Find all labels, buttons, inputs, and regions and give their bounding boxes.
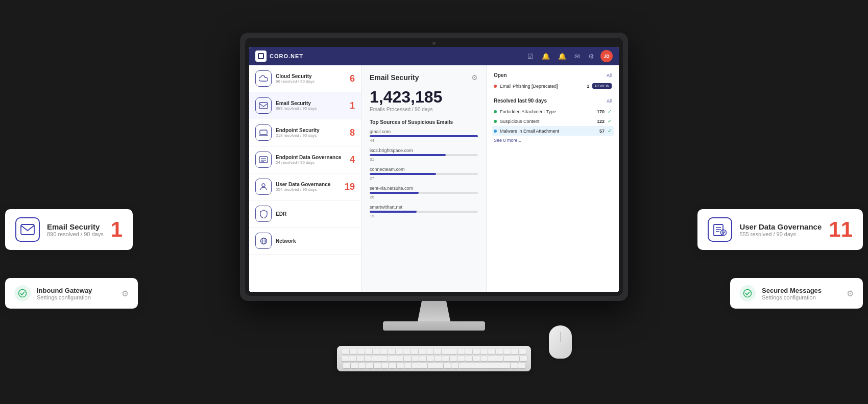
key	[403, 349, 411, 354]
nav-checklist-icon[interactable]: ☑	[527, 53, 534, 60]
check-icon: ✓	[608, 109, 612, 114]
rp-row-name: Malware in Email Attachment	[500, 129, 599, 134]
nav-logo-inner	[258, 53, 264, 59]
user-data-count: 11	[829, 219, 853, 240]
email-security-count: 1	[111, 219, 123, 240]
app: CORO.NET ☑ 🔔 🔔 ✉ ⚙ JB	[249, 47, 619, 292]
open-items: Email Phishing [Deprecated] 1 REVIEW	[494, 81, 612, 91]
sidebar-item-sub: 24 resolved / 90 days	[276, 160, 350, 165]
sidebar-item-user-data-governance[interactable]: User Data Governance554 resolved / 90 da…	[249, 173, 361, 200]
sidebar-item-count: 8	[350, 128, 355, 138]
main-panel: Email Security ⚙ 1,423,185 Emails Proces…	[361, 65, 486, 292]
sidebar-icon	[255, 233, 272, 249]
bar-track	[370, 154, 478, 156]
key-alt	[451, 363, 459, 368]
key	[366, 363, 373, 368]
key	[388, 349, 395, 354]
nav-logo-box	[255, 50, 267, 62]
svg-rect-8	[259, 103, 268, 109]
key-alt-r	[511, 363, 518, 368]
sidebar-item-cloud-security[interactable]: Cloud Security66 resolved / 90 days6	[249, 65, 361, 92]
key	[396, 349, 403, 354]
sidebar: Cloud Security66 resolved / 90 days6Emai…	[249, 65, 361, 292]
bar-item: isc2.brightspace.com 31	[370, 148, 478, 162]
bar-fill	[370, 211, 417, 213]
sidebar-item-text: EDR	[276, 211, 355, 217]
key	[349, 356, 356, 361]
inbound-gateway-card[interactable]: Inbound Gateway Settings configuration ⚙	[5, 278, 138, 309]
bar-label: connecteam.com	[370, 167, 478, 172]
key	[511, 349, 518, 354]
bar-track	[370, 173, 478, 175]
monitor-camera	[432, 42, 436, 45]
see-more[interactable]: See 8 more...	[494, 138, 612, 143]
svg-point-5	[721, 230, 727, 236]
nav-brand: CORO.NET	[270, 53, 303, 59]
secured-messages-gear-icon[interactable]: ⚙	[847, 289, 854, 298]
sidebar-icon	[255, 70, 272, 87]
bar-count: 20	[370, 195, 478, 199]
review-badge[interactable]: REVIEW	[592, 83, 612, 89]
sidebar-item-name: Endpoint Security	[276, 128, 350, 133]
sidebar-icon	[255, 97, 272, 114]
key	[457, 356, 465, 361]
open-title: Open	[494, 72, 507, 78]
key	[435, 356, 442, 361]
panel-gear-icon[interactable]: ⚙	[471, 73, 478, 82]
bar-track	[370, 192, 478, 194]
open-item-row: Email Phishing [Deprecated] 1 REVIEW	[494, 81, 612, 91]
email-security-sub: 890 resolved / 90 days	[47, 231, 104, 237]
sidebar-item-endpoint-data-governance[interactable]: Endpoint Data Governance24 resolved / 90…	[249, 146, 361, 173]
key	[473, 356, 480, 361]
sidebar-item-sub: 889 resolved / 90 days	[276, 106, 350, 111]
email-security-float-card: Email Security 890 resolved / 90 days 1	[5, 209, 133, 250]
nav-notification-icon[interactable]: 🔔	[558, 53, 566, 60]
sidebar-item-endpoint-security[interactable]: Endpoint Security218 resolved / 90 days8	[249, 119, 361, 146]
key	[457, 349, 465, 354]
key	[357, 349, 365, 354]
sidebar-item-sub: 554 resolved / 90 days	[276, 187, 345, 192]
content-area: Cloud Security66 resolved / 90 days6Emai…	[249, 65, 619, 292]
svg-point-6	[19, 290, 27, 297]
sidebar-item-network[interactable]: Network	[249, 228, 361, 255]
svg-point-15	[262, 184, 265, 187]
mouse	[549, 325, 572, 359]
key	[465, 349, 472, 354]
monitor-screen-outer: CORO.NET ☑ 🔔 🔔 ✉ ⚙ JB	[240, 33, 628, 301]
nav-bell-icon[interactable]: 🔔	[542, 53, 550, 60]
svg-rect-9	[260, 130, 267, 135]
key	[373, 349, 380, 354]
key-shift-r	[412, 363, 427, 368]
nav-mail-icon[interactable]: ✉	[574, 53, 580, 60]
bar-count: 19	[370, 214, 478, 218]
open-all[interactable]: All	[607, 73, 612, 78]
secured-messages-icon	[739, 285, 756, 301]
bar-track	[370, 211, 478, 213]
key-wide	[372, 356, 388, 361]
nav-logo: CORO.NET	[255, 50, 303, 62]
rp-row-num: 122	[597, 119, 605, 124]
key	[519, 349, 526, 354]
bar-fill	[370, 173, 436, 175]
nav-avatar[interactable]: JB	[600, 50, 613, 62]
secured-messages-card[interactable]: Secured Messages Settings configuration …	[730, 278, 863, 309]
right-panel: Open All Email Phishing [Deprecated] 1 R…	[486, 65, 619, 292]
sidebar-item-email-security[interactable]: Email Security889 resolved / 90 days1	[249, 92, 361, 119]
resolved-all[interactable]: All	[607, 98, 612, 104]
key	[397, 363, 404, 368]
check-icon: ✓	[608, 118, 612, 124]
rp-row-num: 170	[597, 109, 605, 114]
bar-fill	[370, 192, 419, 194]
nav-settings-icon[interactable]: ⚙	[588, 53, 594, 60]
inbound-gateway-title: Inbound Gateway	[37, 287, 115, 294]
key	[450, 356, 457, 361]
rp-row-name: Suspicious Content	[500, 119, 597, 124]
key	[503, 349, 511, 354]
key	[412, 356, 419, 361]
key	[419, 356, 426, 361]
sidebar-item-edr[interactable]: EDR	[249, 200, 361, 228]
sidebar-item-text: Email Security889 resolved / 90 days	[276, 100, 350, 111]
sidebar-item-text: Endpoint Data Governance24 resolved / 90…	[276, 155, 350, 165]
key	[488, 349, 495, 354]
inbound-gateway-gear-icon[interactable]: ⚙	[122, 289, 129, 298]
